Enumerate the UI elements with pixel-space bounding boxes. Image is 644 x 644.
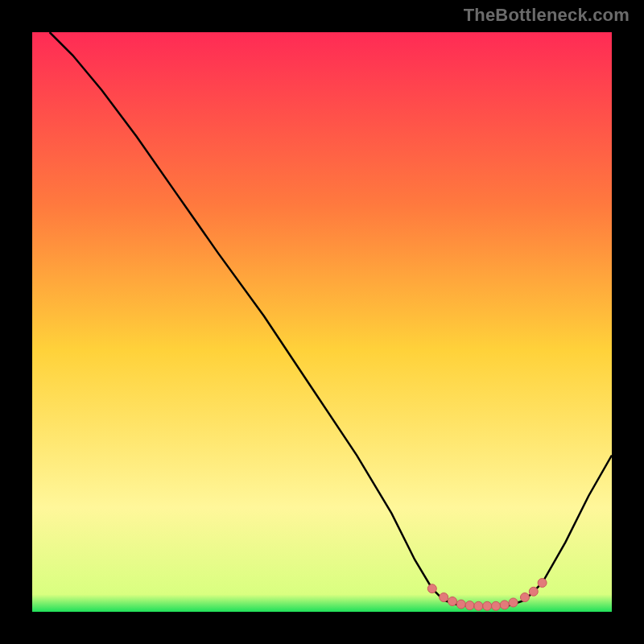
curve-marker: [465, 601, 474, 610]
plot-area: [32, 32, 612, 612]
curve-marker: [509, 598, 518, 607]
curve-marker: [483, 601, 492, 610]
curve-marker: [427, 584, 436, 593]
gradient-background: [32, 32, 612, 612]
curve-marker: [456, 600, 465, 609]
chart-svg: [32, 32, 612, 612]
chart-frame: TheBottleneck.com: [0, 0, 644, 644]
curve-marker: [538, 579, 547, 588]
curve-marker: [500, 601, 509, 609]
curve-marker: [492, 601, 501, 610]
curve-marker: [529, 587, 538, 596]
curve-marker: [440, 593, 448, 602]
curve-marker: [448, 597, 457, 606]
curve-marker: [474, 601, 483, 610]
watermark-label: TheBottleneck.com: [464, 5, 630, 26]
curve-marker: [521, 593, 530, 602]
